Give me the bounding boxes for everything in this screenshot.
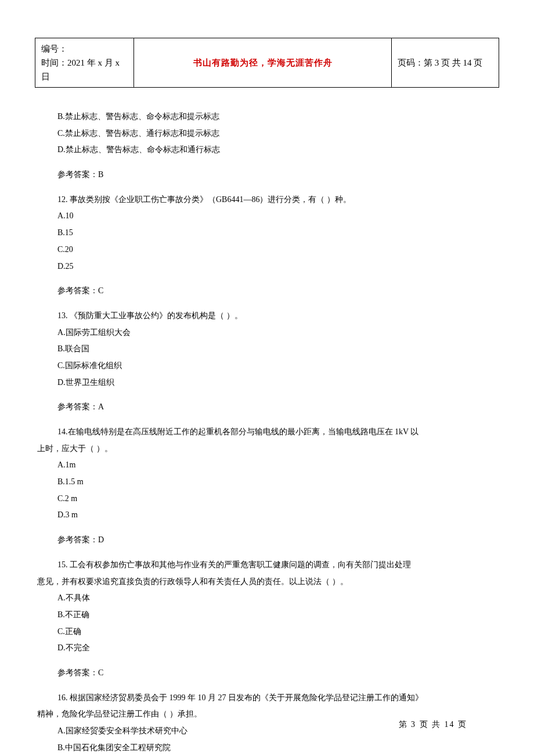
- q14-option-d: D.3 m: [37, 507, 497, 524]
- q14-option-c: C.2 m: [37, 491, 497, 507]
- q14-option-a: A.1m: [37, 457, 497, 474]
- footer-page-number: 第 3 页 共 14 页: [399, 719, 468, 730]
- page: 编号： 时间：2021 年 x 月 x 日 书山有路勤为径，学海无涯苦作舟 页码…: [0, 0, 534, 756]
- header-date: 时间：2021 年 x 月 x 日: [41, 56, 128, 84]
- q15-stem-line2: 意见，并有权要求追究直接负责的行政领导人和有关责任人员的责任。以上说法（ ）。: [37, 574, 497, 591]
- q11-option-c: C.禁止标志、警告标志、通行标志和提示标志: [37, 125, 497, 142]
- q12-answer: 参考答案：C: [37, 283, 497, 300]
- q13-stem: 13. 《预防重大工业事故公约》的发布机构是（ ）。: [37, 308, 497, 325]
- q11-answer: 参考答案：B: [37, 167, 497, 183]
- q14-stem-line1: 14.在输电线特别是在高压线附近工作的起重机各部分与输电线的最小距离，当输电线路…: [37, 424, 497, 441]
- q15-option-a: A.不具体: [37, 590, 497, 607]
- q13-option-d: D.世界卫生组织: [37, 375, 497, 391]
- q12-option-a: A.10: [37, 208, 497, 225]
- q16-option-b: B.中国石化集团安全工程研究院: [37, 740, 497, 756]
- header-left-cell: 编号： 时间：2021 年 x 月 x 日: [35, 38, 134, 88]
- q15-answer: 参考答案：C: [37, 665, 497, 682]
- q12-option-d: D.25: [37, 258, 497, 275]
- q11-option-b: B.禁止标志、警告标志、命令标志和提示标志: [37, 109, 497, 125]
- q16-stem-line1: 16. 根据国家经济贸易委员会于 1999 年 10 月 27 日发布的《关于开…: [37, 690, 497, 707]
- q12-option-b: B.15: [37, 225, 497, 242]
- header-id-label: 编号：: [41, 42, 128, 56]
- header-page-info: 页码：第 3 页 共 14 页: [392, 38, 499, 88]
- q14-answer: 参考答案：D: [37, 532, 497, 549]
- header-table: 编号： 时间：2021 年 x 月 x 日 书山有路勤为径，学海无涯苦作舟 页码…: [35, 38, 499, 88]
- content-body: B.禁止标志、警告标志、命令标志和提示标志 C.禁止标志、警告标志、通行标志和提…: [35, 109, 499, 756]
- q15-option-c: C.正确: [37, 624, 497, 640]
- q12-option-c: C.20: [37, 242, 497, 258]
- q13-option-c: C.国际标准化组织: [37, 358, 497, 375]
- q14-option-b: B.1.5 m: [37, 474, 497, 491]
- q11-option-d: D.禁止标志、警告标志、命令标志和通行标志: [37, 142, 497, 159]
- header-title: 书山有路勤为径，学海无涯苦作舟: [134, 38, 392, 88]
- q12-stem: 12. 事故类别按《企业职工伤亡事故分类》（GB6441—86）进行分类，有（ …: [37, 192, 497, 208]
- q13-option-b: B.联合国: [37, 341, 497, 358]
- q13-answer: 参考答案：A: [37, 399, 497, 416]
- q13-option-a: A.国际劳工组织大会: [37, 325, 497, 341]
- q15-stem-line1: 15. 工会有权参加伤亡事故和其他与作业有关的严重危害职工健康问题的调查，向有关…: [37, 557, 497, 574]
- q15-option-b: B.不正确: [37, 607, 497, 624]
- q15-option-d: D.不完全: [37, 640, 497, 657]
- q14-stem-line2: 上时，应大于（ ）。: [37, 441, 497, 458]
